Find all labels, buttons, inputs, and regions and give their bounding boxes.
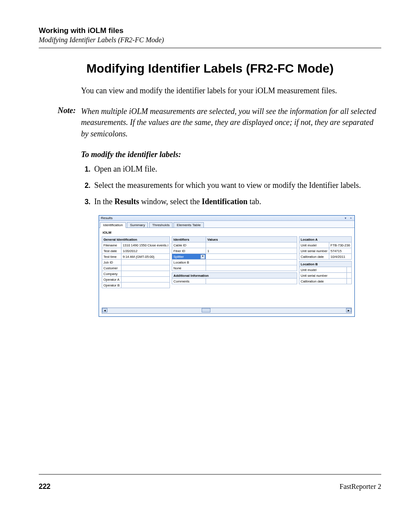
location-b-header: Location B <box>299 261 352 267</box>
panel-tabstrip: Identification Summary Thresholds Elemen… <box>99 221 354 228</box>
table-row: Calibration date10/4/2011 <box>299 254 352 260</box>
table-row: Operator B <box>102 283 170 288</box>
table-row: Unit serial number574715 <box>299 248 352 254</box>
table-row: Test time9:14 AM (GMT-05:00) <box>102 254 170 260</box>
table-row: Customer <box>102 265 170 271</box>
location-a-header: Location A <box>299 237 352 242</box>
table-row: Splitter ▾ <box>172 254 297 260</box>
table-row: Job ID <box>102 260 170 265</box>
step-1: Open an iOLM file. <box>92 164 381 175</box>
location-b-table: Location B Unit model Unit serial number… <box>299 261 352 284</box>
identifiers-header: Identifiers <box>172 237 206 242</box>
note-text: When multiple iOLM measurements are sele… <box>81 106 381 139</box>
table-row: Filename1310 1490 1550 Close events.i <box>102 242 170 248</box>
table-row: Fiber ID1 <box>172 248 297 254</box>
table-row: Test date1/20/2012 <box>102 248 170 254</box>
tab-summary[interactable]: Summary <box>127 222 148 227</box>
panel-titlebar: Results ▾ × <box>99 216 354 221</box>
table-row: Unit modelFTB-730-236 <box>299 242 352 248</box>
iolm-label: iOLM <box>103 231 352 235</box>
scroll-thumb[interactable] <box>202 308 210 312</box>
table-row: Unit model <box>299 267 352 273</box>
header-divider <box>39 48 381 48</box>
product-name: FastReporter 2 <box>339 483 381 491</box>
results-panel: Results ▾ × Identification Summary Thres… <box>99 215 355 317</box>
horizontal-scrollbar[interactable]: ◄ ► <box>102 308 352 314</box>
identifiers-table: Identifiers Values Cable ID Fiber ID1 Sp… <box>172 236 297 271</box>
table-row: None <box>172 265 297 271</box>
additional-info-table: Additional Information Comments <box>172 272 297 284</box>
table-row: Cable ID <box>172 242 297 248</box>
additional-info-header: Additional Information <box>172 273 297 279</box>
intro-paragraph: You can view and modify the identifier l… <box>81 85 381 96</box>
table-row: Unit serial number <box>299 273 352 279</box>
chevron-down-icon[interactable]: ▾ <box>200 254 205 259</box>
table-row: Location B <box>172 260 297 265</box>
location-a-table: Location A Unit modelFTB-730-236 Unit se… <box>299 236 352 260</box>
table-row: Calibration date <box>299 279 352 284</box>
tab-thresholds[interactable]: Thresholds <box>149 222 173 227</box>
tab-identification[interactable]: Identification <box>100 222 126 228</box>
values-header: Values <box>206 237 297 242</box>
general-identification-table: General Identification Filename1310 1490… <box>102 236 170 288</box>
procedure-steps: Open an iOLM file. Select the measuremen… <box>81 164 381 208</box>
pin-icon[interactable]: ▾ <box>344 216 347 220</box>
table-row: Company <box>102 271 170 277</box>
page-title: Modifying Identifier Labels (FR2-FC Mode… <box>39 62 381 76</box>
close-icon[interactable]: × <box>349 216 353 220</box>
step-2: Select the measurements for which you wa… <box>92 180 381 191</box>
identifier-dropdown[interactable]: Splitter ▾ <box>172 254 206 260</box>
scroll-left-button[interactable]: ◄ <box>102 308 107 312</box>
procedure-title: To modify the identifier labels: <box>81 150 381 159</box>
table-row: Comments <box>172 279 297 284</box>
page-footer: 222 FastReporter 2 <box>39 483 381 491</box>
footer-divider <box>39 474 381 475</box>
step-3: In the Results window, select the Identi… <box>92 196 381 207</box>
section-subtitle: Modifying Identifier Labels (FR2-FC Mode… <box>39 36 381 44</box>
note-label: Note: <box>39 106 81 139</box>
chapter-title: Working with iOLM files <box>39 26 381 35</box>
general-header: General Identification <box>102 237 170 242</box>
table-row: Operator A <box>102 277 170 283</box>
panel-title: Results <box>101 216 113 220</box>
scroll-right-button[interactable]: ► <box>346 308 351 312</box>
tab-elements-table[interactable]: Elements Table <box>173 222 204 227</box>
note-block: Note: When multiple iOLM measurements ar… <box>39 106 381 139</box>
page-number: 222 <box>39 483 51 491</box>
